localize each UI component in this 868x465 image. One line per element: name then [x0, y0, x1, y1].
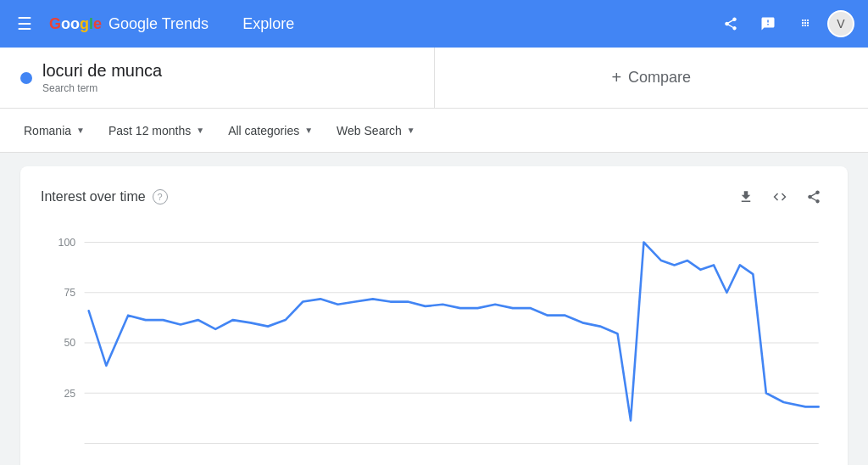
- main-content: Interest over time ?: [0, 153, 868, 465]
- line-chart: 100 75 50 25: [41, 224, 827, 462]
- chart-container: 100 75 50 25 Apr 7, 2019 Aug 4, 2019 Dec…: [41, 224, 827, 465]
- category-filter[interactable]: All categories ▼: [218, 117, 323, 144]
- chart-card: Interest over time ?: [20, 166, 848, 465]
- google-logo-text: Google: [49, 15, 102, 33]
- svg-text:100: 100: [58, 237, 76, 249]
- header: ☰ Google Google Trends Explore V: [0, 0, 868, 48]
- header-icons: V: [715, 8, 854, 39]
- search-term-text: locuri de munca Search term: [42, 61, 162, 94]
- category-chevron-icon: ▼: [304, 126, 313, 135]
- svg-text:50: 50: [64, 337, 75, 349]
- search-area: locuri de munca Search term + Compare: [0, 48, 868, 109]
- filters-bar: Romania ▼ Past 12 months ▼ All categorie…: [0, 109, 868, 153]
- apps-button[interactable]: [790, 8, 821, 39]
- chart-title: Interest over time: [41, 189, 146, 204]
- search-term-main: locuri de munca: [42, 61, 162, 81]
- search-type-label: Web Search: [337, 124, 402, 137]
- download-button[interactable]: [732, 183, 760, 210]
- region-chevron-icon: ▼: [76, 126, 85, 135]
- category-label: All categories: [228, 124, 299, 137]
- compare-plus-icon: +: [611, 68, 621, 87]
- google-trends-logo: Google Google Trends: [49, 15, 209, 33]
- search-type-chevron-icon: ▼: [407, 126, 415, 135]
- svg-text:25: 25: [64, 387, 75, 399]
- trends-label: Google Trends: [108, 15, 209, 33]
- search-type-filter[interactable]: Web Search ▼: [326, 117, 426, 144]
- share-button[interactable]: [715, 8, 746, 39]
- help-icon[interactable]: ?: [153, 189, 168, 204]
- svg-text:75: 75: [64, 287, 75, 299]
- feedback-button[interactable]: [753, 8, 783, 39]
- region-label: Romania: [24, 124, 71, 137]
- explore-label: Explore: [242, 15, 294, 33]
- search-term-type: Search term: [42, 82, 162, 94]
- time-period-chevron-icon: ▼: [196, 126, 204, 135]
- user-avatar[interactable]: V: [827, 10, 854, 37]
- menu-icon[interactable]: ☰: [14, 10, 36, 37]
- region-filter[interactable]: Romania ▼: [14, 117, 95, 144]
- time-period-label: Past 12 months: [108, 124, 191, 137]
- chart-share-button[interactable]: [800, 183, 827, 210]
- compare-box[interactable]: + Compare: [435, 48, 869, 108]
- compare-label: Compare: [628, 69, 691, 87]
- chart-title-area: Interest over time ?: [41, 189, 168, 204]
- chart-actions: [732, 183, 827, 210]
- search-term-box: locuri de munca Search term: [0, 48, 435, 108]
- chart-header: Interest over time ?: [41, 183, 827, 210]
- time-period-filter[interactable]: Past 12 months ▼: [98, 117, 214, 144]
- search-term-dot: [20, 72, 32, 84]
- embed-button[interactable]: [766, 183, 793, 210]
